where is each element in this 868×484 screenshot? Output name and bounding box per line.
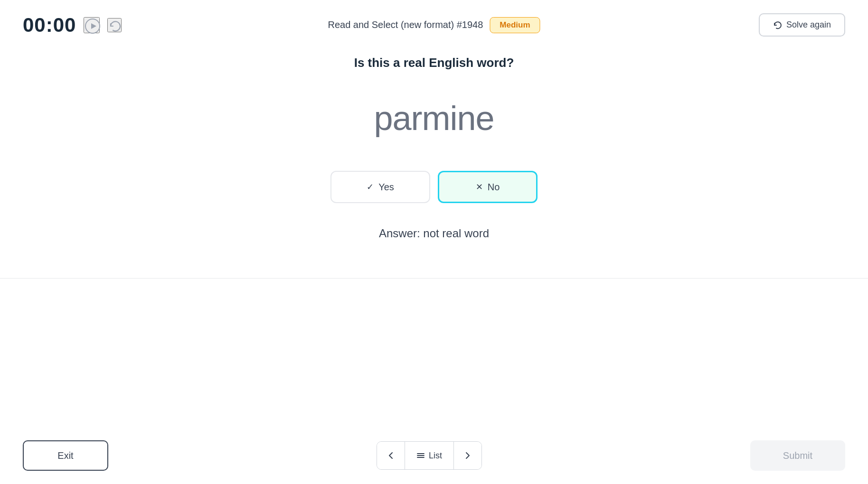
reset-button[interactable]	[107, 18, 122, 32]
checkmark-icon: ✓	[367, 182, 374, 192]
next-button[interactable]	[454, 442, 481, 469]
chevron-right-icon	[463, 451, 472, 460]
play-button[interactable]	[84, 17, 100, 33]
header-left: 00:00	[23, 14, 122, 37]
list-button[interactable]: List	[405, 442, 454, 469]
header-center: Read and Select (new format) #1948 Mediu…	[328, 17, 540, 33]
yes-label: Yes	[378, 182, 394, 193]
list-icon	[416, 451, 425, 460]
chevron-left-icon	[386, 451, 396, 460]
svg-marker-1	[91, 23, 96, 29]
footer: Exit List Submit	[0, 427, 868, 484]
exit-label: Exit	[57, 450, 73, 461]
submit-button[interactable]: Submit	[750, 440, 845, 471]
answer-buttons: ✓ Yes ✕ No	[330, 171, 538, 203]
answer-result: Answer: not real word	[379, 227, 489, 240]
prev-button[interactable]	[377, 442, 405, 469]
solve-again-label: Solve again	[786, 20, 831, 30]
submit-label: Submit	[783, 450, 812, 461]
solve-again-button[interactable]: Solve again	[759, 13, 845, 37]
divider	[0, 278, 868, 279]
word-display: parmine	[374, 99, 494, 138]
difficulty-badge: Medium	[490, 17, 540, 33]
solve-again-icon	[773, 20, 783, 30]
problem-title: Read and Select (new format) #1948	[328, 19, 483, 30]
no-button[interactable]: ✕ No	[438, 171, 538, 203]
x-mark-icon: ✕	[476, 182, 483, 192]
main-content: Is this a real English word? parmine ✓ Y…	[0, 46, 868, 259]
exit-button[interactable]: Exit	[23, 440, 108, 471]
header: 00:00 Read and Select (new format) #1948…	[0, 0, 868, 46]
list-label: List	[429, 451, 442, 461]
timer-display: 00:00	[23, 14, 76, 37]
no-label: No	[488, 182, 500, 193]
question-text: Is this a real English word?	[354, 56, 514, 70]
navigation-controls: List	[377, 441, 482, 470]
yes-button[interactable]: ✓ Yes	[330, 171, 430, 203]
